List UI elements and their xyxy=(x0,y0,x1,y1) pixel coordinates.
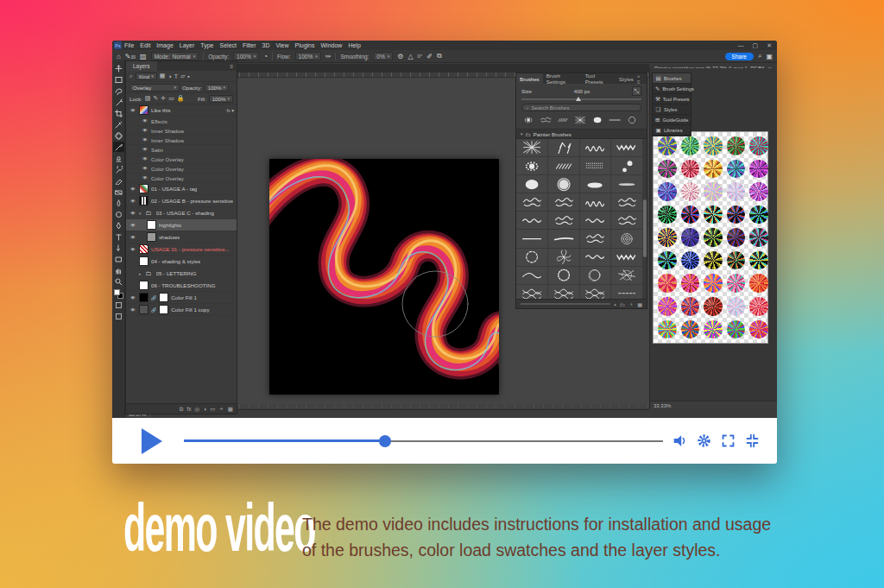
recent-brush-crosshatch-icon[interactable] xyxy=(572,114,588,126)
swatch-circle[interactable] xyxy=(658,228,677,247)
swatch-circle[interactable] xyxy=(658,251,677,270)
recent-brush-hatch-icon[interactable] xyxy=(555,114,571,126)
visibility-eye-icon[interactable]: 👁 xyxy=(142,118,148,123)
mode-dropdown[interactable]: Mode:Normal▾ xyxy=(151,52,199,60)
dock-button-brush-settings[interactable]: ✎Brush Settings xyxy=(653,84,691,94)
layer-effect-row[interactable]: 👁Satin xyxy=(126,145,237,155)
swatch-circle[interactable] xyxy=(749,251,768,270)
swatch-circle[interactable] xyxy=(704,297,723,316)
dock-button-brushes[interactable]: ▤Brushes xyxy=(653,73,691,84)
filter-shape-icon[interactable]: ▱ xyxy=(180,73,185,79)
brush-angle-icon[interactable]: △ xyxy=(407,53,413,60)
search-icon[interactable]: ⌕ xyxy=(758,52,761,60)
layer-thumbnail[interactable] xyxy=(147,220,156,230)
filter-pixel-icon[interactable]: ▦ xyxy=(160,73,166,79)
menu-item-filter[interactable]: Filter xyxy=(243,42,256,48)
layer-row[interactable]: 06 - TROUBLESHOOTING xyxy=(126,280,237,292)
new-layer-icon[interactable]: ＋ xyxy=(218,405,224,413)
group-icon[interactable]: ▭ xyxy=(210,406,215,413)
pressure-opacity-icon[interactable]: ◔ xyxy=(263,53,268,60)
layer-row[interactable]: 👁🔗Color Fill 1 copy xyxy=(126,304,237,316)
recent-brush-dotring-icon[interactable] xyxy=(521,114,536,126)
dock-button-libraries[interactable]: ▣Libraries xyxy=(653,125,691,136)
blend-mode-dropdown[interactable]: Overlay▾ xyxy=(129,84,180,92)
brush-preset-wavyline-icon[interactable] xyxy=(580,249,612,267)
layer-effect-row[interactable]: 👁Inner Shadow xyxy=(126,126,237,136)
swatch-circle[interactable] xyxy=(727,160,746,179)
layer-row[interactable]: 👁02 - USAGE B - pressure sensitive xyxy=(126,195,237,207)
tool-path-select-icon[interactable] xyxy=(113,243,124,253)
screen-mode-icon[interactable] xyxy=(113,311,124,321)
layer-row[interactable]: 👁🔗Color Fill 1 xyxy=(126,292,237,304)
progress-bar[interactable] xyxy=(184,435,663,447)
visibility-eye-icon[interactable]: 👁 xyxy=(129,295,136,300)
dock-button-styles[interactable]: ❏Styles xyxy=(653,104,691,115)
visibility-eye-icon[interactable]: 👁 xyxy=(129,247,136,252)
swatch-circle[interactable] xyxy=(681,274,700,293)
symmetry-icon[interactable]: ⧉ xyxy=(437,52,442,60)
recent-brush-cluster-icon[interactable] xyxy=(538,114,553,126)
layers-opacity-dropdown[interactable]: 100%▾ xyxy=(205,84,229,92)
layer-effect-row[interactable]: 👁Inner Shadow xyxy=(126,136,237,145)
layer-effect-row[interactable]: 👁Color Overlay xyxy=(126,174,237,183)
tab-brush-settings[interactable]: Brush Settings xyxy=(543,73,582,84)
brush-preset-taper-icon[interactable] xyxy=(548,230,580,248)
lock-position-icon[interactable]: ✛ xyxy=(161,95,166,102)
swatch-circle[interactable] xyxy=(749,274,768,293)
menu-item-select[interactable]: Select xyxy=(220,42,237,48)
lock-all-icon[interactable]: 🔒 xyxy=(177,95,185,102)
menu-item-image[interactable]: Image xyxy=(156,42,173,48)
brush-preset-twodots-icon[interactable] xyxy=(611,157,643,175)
progress-handle[interactable] xyxy=(379,435,391,447)
brush-preset-blob-icon[interactable] xyxy=(516,175,548,193)
layer-row[interactable]: 👁shadows xyxy=(126,231,237,243)
workspace-icon[interactable]: ▣ xyxy=(766,53,773,60)
volume-icon[interactable] xyxy=(672,433,687,448)
visibility-eye-icon[interactable]: 👁 xyxy=(142,137,148,142)
play-button[interactable] xyxy=(142,428,162,454)
brush-size-slider[interactable] xyxy=(521,98,641,100)
layer-group-row[interactable]: ▸🗀05 - LETTERING xyxy=(126,268,237,280)
menu-item-layer[interactable]: Layer xyxy=(180,42,195,48)
tool-wand-icon[interactable] xyxy=(113,97,124,107)
tab-brushes[interactable]: Brushes xyxy=(516,73,543,84)
tool-marquee-icon[interactable] xyxy=(113,74,124,85)
foreground-background-swatches[interactable] xyxy=(114,289,123,299)
delete-brush-icon[interactable]: ▦ xyxy=(637,301,642,307)
swatch-circle[interactable] xyxy=(681,297,700,316)
tool-shape-icon[interactable] xyxy=(113,254,124,264)
brush-preset-textring-icon[interactable] xyxy=(548,267,580,285)
filter-smart-icon[interactable]: ▪ xyxy=(187,73,189,79)
brush-preset-fuzzyblob-icon[interactable] xyxy=(548,175,580,193)
smoothing-dropdown[interactable]: 0%▾ xyxy=(373,52,393,60)
brush-preset-branches-icon[interactable] xyxy=(548,139,580,157)
tool-lasso-icon[interactable] xyxy=(113,85,124,96)
visibility-eye-icon[interactable]: 👁 xyxy=(129,235,136,240)
layer-effect-row[interactable]: 👁Color Overlay xyxy=(126,164,237,174)
swatch-circle[interactable] xyxy=(749,228,768,247)
layer-thumbnail[interactable] xyxy=(147,232,156,242)
tool-eraser-icon[interactable] xyxy=(113,175,124,186)
brush-preset-zigzagdots-icon[interactable] xyxy=(611,249,643,267)
brush-preset-sketchcircle-icon[interactable] xyxy=(580,267,612,285)
brush-preset-cluster-icon[interactable] xyxy=(548,193,580,212)
visibility-eye-icon[interactable]: 👁 xyxy=(129,307,136,313)
visibility-eye-icon[interactable]: 👁 xyxy=(142,156,148,161)
brush-preset-cluster-icon[interactable] xyxy=(548,212,580,230)
swatch-circle[interactable] xyxy=(658,297,677,316)
brush-preset-cluster-icon[interactable] xyxy=(580,230,612,248)
menu-item-view[interactable]: View xyxy=(276,42,289,48)
layer-thumbnail[interactable] xyxy=(139,196,148,205)
tool-zoom-icon[interactable] xyxy=(113,276,124,287)
swatch-circle[interactable] xyxy=(727,297,746,316)
new-brush-group-icon[interactable]: 🗀 xyxy=(620,301,625,307)
filter-type-icon[interactable]: T xyxy=(174,73,178,79)
menu-item-edit[interactable]: Edit xyxy=(140,42,150,48)
tool-gradient-icon[interactable] xyxy=(113,187,124,197)
brush-preset-cluster-icon[interactable] xyxy=(611,193,643,212)
layer-group-row[interactable]: 👁▾🗀03 - USAGE C - shading xyxy=(126,207,237,219)
brush-preset-dense-icon[interactable] xyxy=(548,285,580,299)
smoothing-gear-icon[interactable]: ⚙ xyxy=(397,53,403,60)
swatch-circle[interactable] xyxy=(749,205,768,224)
lock-transparent-icon[interactable]: ▨ xyxy=(145,95,151,102)
